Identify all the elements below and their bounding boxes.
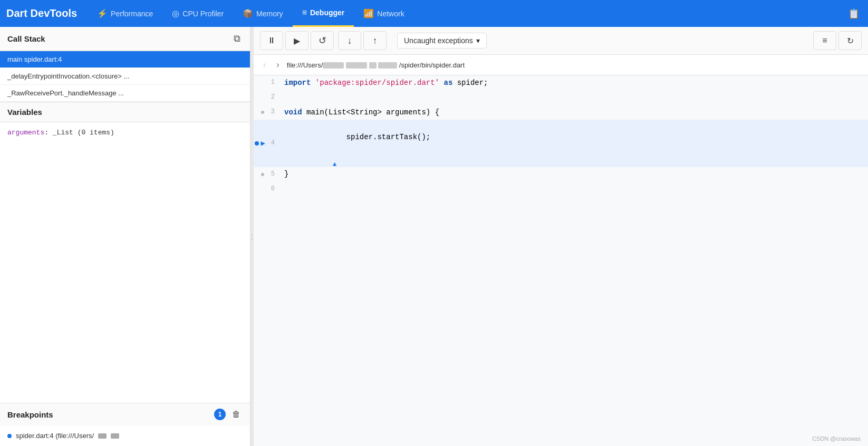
line-number-1: 1 bbox=[266, 77, 275, 88]
line-gutter-6: 6 bbox=[254, 184, 280, 194]
string-literal: 'package:spider/spider.dart' bbox=[315, 79, 439, 87]
pause-button[interactable]: ⏸ bbox=[260, 31, 283, 50]
step-into-button[interactable]: ↓ bbox=[338, 31, 361, 50]
cpu-profiler-icon: ◎ bbox=[172, 8, 179, 18]
network-icon: 📶 bbox=[363, 8, 374, 18]
breakpoint-actions: 1 🗑 bbox=[214, 409, 243, 420]
nav-label-memory: Memory bbox=[256, 9, 283, 18]
breakpoint-indicator-icon bbox=[255, 141, 259, 146]
back-nav-button[interactable]: ‹ bbox=[260, 59, 269, 71]
line-gutter-5: 5 bbox=[254, 169, 280, 179]
code-line-2: 2 bbox=[254, 90, 868, 105]
toolbar-right: ≡ ↻ bbox=[813, 31, 862, 50]
exceptions-dropdown[interactable]: Uncaught exceptions ▾ bbox=[397, 33, 487, 49]
nav-right-icons: 📋 bbox=[846, 6, 862, 22]
code-content-1: import 'package:spider/spider.dart' as s… bbox=[280, 77, 868, 89]
call-stack-item-label: _delayEntrypointInvocation.<closure> ... bbox=[7, 72, 129, 80]
variable-item: arguments: _List (0 items) bbox=[7, 127, 243, 139]
breakpoints-section: Breakpoints 1 🗑 spider.dart:4 (file:///U… bbox=[0, 403, 250, 446]
nav-item-memory[interactable]: 📦 Memory bbox=[233, 0, 293, 27]
breakpoints-delete-button[interactable]: 🗑 bbox=[230, 409, 243, 420]
breakpoints-title: Breakpoints bbox=[7, 410, 53, 419]
call-stack-item[interactable]: main spider.dart:4 bbox=[0, 51, 250, 68]
plain-text: spider; bbox=[452, 79, 488, 87]
execution-arrow-icon: ▶ bbox=[261, 138, 265, 149]
code-content-4: spider.startTask(); ▲ bbox=[280, 120, 868, 167]
plain-text: } bbox=[284, 170, 288, 178]
call-stack-item[interactable]: _delayEntrypointInvocation.<closure> ... bbox=[0, 68, 250, 85]
line-gutter-1: 1 bbox=[254, 77, 280, 88]
refresh-button[interactable]: ↻ bbox=[838, 31, 862, 50]
resume-button[interactable]: ▶ bbox=[285, 31, 308, 50]
breakpoints-list: spider.dart:4 (file:///Users/ bbox=[0, 425, 250, 446]
gutter-dot-5 bbox=[261, 173, 264, 176]
line-number-3: 3 bbox=[266, 107, 275, 117]
code-line-6: 6 bbox=[254, 182, 868, 197]
breakpoint-dot-icon bbox=[7, 434, 12, 438]
variable-name: arguments bbox=[7, 129, 44, 137]
dropdown-arrow-icon: ▾ bbox=[476, 36, 480, 45]
call-stack-item-label: main spider.dart:4 bbox=[7, 55, 62, 63]
call-stack-item-label: _RawReceivePort._handleMessage ... bbox=[7, 89, 124, 97]
call-stack-title: Call Stack bbox=[7, 34, 45, 43]
line-number-4: 4 bbox=[266, 138, 275, 148]
line-number-2: 2 bbox=[266, 92, 275, 102]
redacted-path-3 bbox=[369, 62, 377, 69]
plain-text: main(List<String> arguments) { bbox=[302, 108, 439, 117]
call-stack-list: main spider.dart:4 _delayEntrypointInvoc… bbox=[0, 51, 250, 102]
nav-label-network: Network bbox=[377, 9, 404, 18]
app-title: Dart DevTools bbox=[6, 7, 77, 20]
keyword-import: import bbox=[284, 79, 311, 87]
redacted-path-2 bbox=[346, 62, 367, 69]
plain-text: spider.startTask(); bbox=[329, 133, 430, 141]
gutter-dot-3 bbox=[261, 111, 264, 114]
nav-items: ⚡ Performance ◎ CPU Profiler 📦 Memory ≡ … bbox=[88, 0, 846, 27]
breakpoint-item[interactable]: spider.dart:4 (file:///Users/ bbox=[7, 430, 243, 442]
line-number-6: 6 bbox=[266, 184, 275, 194]
exceptions-label: Uncaught exceptions bbox=[404, 36, 473, 45]
line-number-5: 5 bbox=[266, 169, 275, 179]
code-content-2 bbox=[280, 92, 868, 103]
nav-item-cpu-profiler[interactable]: ◎ CPU Profiler bbox=[162, 0, 233, 27]
variables-title: Variables bbox=[7, 108, 42, 117]
nav-label-cpu-profiler: CPU Profiler bbox=[182, 9, 224, 18]
line-gutter-2: 2 bbox=[254, 92, 280, 102]
nav-clipboard-icon[interactable]: 📋 bbox=[846, 6, 862, 22]
code-line-5: 5 } bbox=[254, 167, 868, 182]
step-over-button[interactable]: ↺ bbox=[311, 31, 334, 50]
step-out-button[interactable]: ↑ bbox=[363, 31, 387, 50]
call-stack-item[interactable]: _RawReceivePort._handleMessage ... bbox=[0, 85, 250, 102]
line-gutter-3: 3 bbox=[254, 107, 280, 117]
nav-label-performance: Performance bbox=[111, 9, 153, 18]
main-layout: Call Stack ⧉ main spider.dart:4 _delayEn… bbox=[0, 27, 868, 446]
variables-header: Variables bbox=[0, 102, 250, 122]
keyword-void: void bbox=[284, 108, 302, 117]
code-editor: 1 import 'package:spider/spider.dart' as… bbox=[254, 75, 868, 446]
debugger-toolbar: ⏸ ▶ ↺ ↓ ↑ Uncaught exceptions ▾ ≡ ↻ bbox=[254, 27, 868, 55]
call-stack-header: Call Stack ⧉ bbox=[0, 27, 250, 51]
nav-item-network[interactable]: 📶 Network bbox=[354, 0, 413, 27]
breakpoint-label: spider.dart:4 (file:///Users/ bbox=[16, 432, 94, 440]
call-stack-copy-button[interactable]: ⧉ bbox=[232, 32, 243, 45]
nav-item-performance[interactable]: ⚡ Performance bbox=[88, 0, 162, 27]
breakpoints-header: Breakpoints 1 🗑 bbox=[0, 403, 250, 425]
breakpoint-redacted-1 bbox=[98, 433, 107, 439]
code-content-5: } bbox=[280, 168, 868, 180]
performance-icon: ⚡ bbox=[97, 8, 108, 18]
code-line-1: 1 import 'package:spider/spider.dart' as… bbox=[254, 75, 868, 90]
list-view-button[interactable]: ≡ bbox=[813, 31, 836, 50]
redacted-path-4 bbox=[378, 62, 397, 69]
code-content-6 bbox=[280, 183, 868, 195]
editor-area: ⏸ ▶ ↺ ↓ ↑ Uncaught exceptions ▾ ≡ ↻ ‹ › … bbox=[254, 27, 868, 446]
breakpoints-count-badge: 1 bbox=[214, 409, 226, 420]
sidebar-upper: Call Stack ⧉ main spider.dart:4 _delayEn… bbox=[0, 27, 250, 403]
keyword-as: as bbox=[443, 79, 452, 87]
variables-section: Variables arguments: _List (0 items) bbox=[0, 102, 250, 143]
forward-nav-button[interactable]: › bbox=[273, 59, 282, 71]
watermark: CSDN @crasowas bbox=[812, 435, 861, 442]
line-gutter-4: ▶ 4 bbox=[254, 138, 280, 149]
variables-list: arguments: _List (0 items) bbox=[0, 122, 250, 143]
redacted-path-1 bbox=[323, 62, 344, 69]
code-content-3: void main(List<String> arguments) { bbox=[280, 106, 868, 118]
nav-item-debugger[interactable]: ≡ Debugger bbox=[293, 0, 354, 27]
